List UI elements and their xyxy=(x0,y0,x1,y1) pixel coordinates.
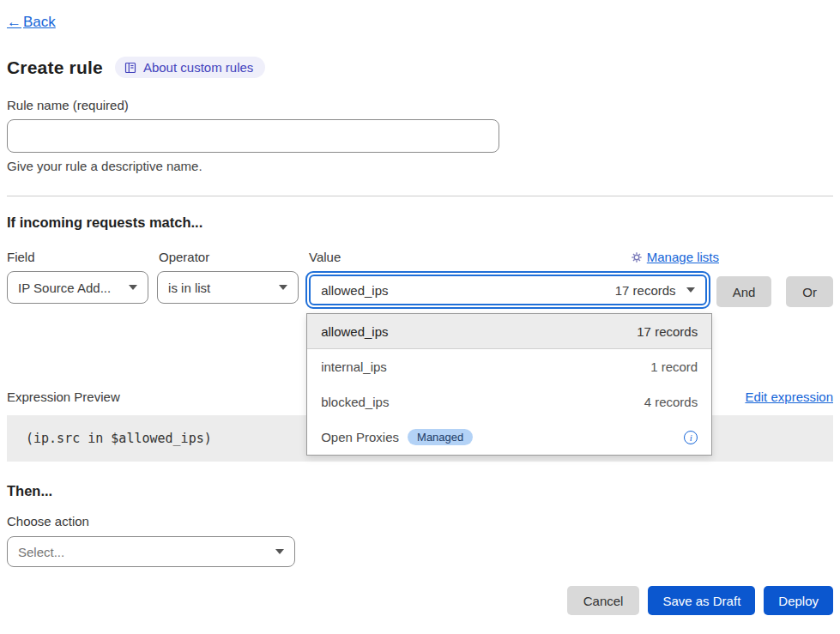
section-divider xyxy=(7,196,833,196)
chevron-down-icon xyxy=(129,285,137,290)
manage-lists-link[interactable]: Manage lists xyxy=(631,250,719,264)
choose-action-label: Choose action xyxy=(7,514,833,528)
edit-expression-link[interactable]: Edit expression xyxy=(745,389,833,404)
field-select-value: IP Source Add... xyxy=(18,281,111,295)
list-option-internal-ips[interactable]: internal_ips 1 record xyxy=(307,349,711,384)
cancel-button[interactable]: Cancel xyxy=(567,586,640,615)
back-link[interactable]: ←Back xyxy=(7,14,56,31)
title-row: Create rule About custom rules xyxy=(7,57,833,78)
then-section-heading: Then... xyxy=(7,483,833,499)
chevron-down-icon xyxy=(279,285,287,290)
gear-icon xyxy=(631,251,643,263)
action-select[interactable]: Select... xyxy=(7,536,295,567)
value-dropdown-panel: allowed_ips 17 records internal_ips 1 re… xyxy=(306,313,712,456)
save-as-draft-button[interactable]: Save as Draft xyxy=(648,586,755,615)
value-label: Value xyxy=(309,250,341,264)
condition-labels-row: Field Operator Value Manage lists xyxy=(7,250,833,264)
book-icon xyxy=(124,61,137,75)
rule-name-helper: Give your rule a descriptive name. xyxy=(7,159,833,173)
list-option-record-count: 17 records xyxy=(637,324,698,339)
operator-label: Operator xyxy=(159,250,309,264)
create-rule-page: ←Back Create rule About custom rules Rul… xyxy=(0,0,840,615)
back-arrow-icon: ← xyxy=(7,14,21,31)
about-custom-rules-link[interactable]: About custom rules xyxy=(115,57,265,78)
list-option-record-count: 1 record xyxy=(650,359,698,374)
rule-name-label: Rule name (required) xyxy=(7,98,833,112)
expression-code-text: (ip.src in $allowed_ips) xyxy=(26,431,212,446)
value-select-value: allowed_ips xyxy=(321,283,388,298)
list-option-name: blocked_ips xyxy=(321,395,389,409)
deploy-button[interactable]: Deploy xyxy=(764,586,833,615)
page-title: Create rule xyxy=(7,57,103,78)
info-icon[interactable]: i xyxy=(684,431,698,444)
footer-actions: Cancel Save as Draft Deploy xyxy=(7,586,833,615)
operator-select[interactable]: is in list xyxy=(157,271,299,304)
expression-preview-label: Expression Preview xyxy=(7,389,120,404)
operator-select-value: is in list xyxy=(168,281,210,295)
field-select[interactable]: IP Source Add... xyxy=(7,271,148,304)
match-section-heading: If incoming requests match... xyxy=(7,214,833,231)
action-select-placeholder: Select... xyxy=(18,545,64,559)
back-row: ←Back xyxy=(7,0,833,31)
back-label: Back xyxy=(23,14,56,31)
rule-name-input[interactable] xyxy=(7,119,499,153)
list-option-open-proxies[interactable]: Open Proxies Managed i xyxy=(307,420,711,455)
list-option-name: Open Proxies xyxy=(321,430,399,444)
and-button[interactable]: And xyxy=(716,276,772,307)
value-select-wrapper: allowed_ips 17 records allowed_ips 17 re… xyxy=(305,271,710,309)
condition-controls-row: IP Source Add... is in list allowed_ips … xyxy=(7,271,833,309)
value-select-record-count: 17 records xyxy=(615,283,676,298)
chevron-down-icon xyxy=(686,287,695,293)
list-option-record-count: 4 records xyxy=(644,395,698,409)
list-option-blocked-ips[interactable]: blocked_ips 4 records xyxy=(307,384,711,420)
field-label: Field xyxy=(7,250,159,264)
about-badge-label: About custom rules xyxy=(143,60,253,75)
value-select-focus-ring: allowed_ips 17 records xyxy=(305,271,710,309)
value-select[interactable]: allowed_ips 17 records xyxy=(309,275,706,305)
managed-badge: Managed xyxy=(408,429,473,445)
list-option-name: internal_ips xyxy=(321,359,387,374)
list-option-allowed-ips[interactable]: allowed_ips 17 records xyxy=(307,314,711,349)
or-button[interactable]: Or xyxy=(786,276,833,307)
list-option-name: allowed_ips xyxy=(321,324,388,339)
chevron-down-icon xyxy=(275,549,284,554)
manage-lists-label: Manage lists xyxy=(647,250,719,264)
